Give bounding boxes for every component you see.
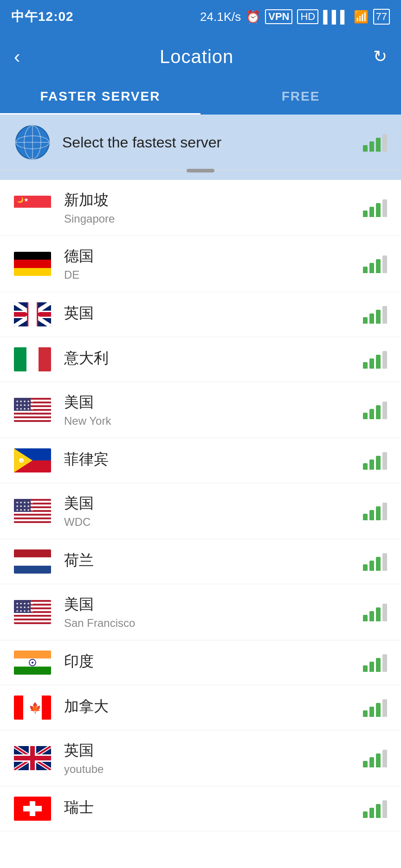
svg-text:★ ★ ★ ★ ★: ★ ★ ★ ★ ★ [16,602,33,605]
country-name: 德国 [64,246,363,267]
svg-text:★ ★ ★ ★ ★: ★ ★ ★ ★ ★ [16,609,33,613]
svg-text:★ ★ ★ ★ ★: ★ ★ ★ ★ ★ [16,501,33,504]
country-name: 加拿大 [64,696,363,717]
svg-rect-36 [14,519,51,521]
country-info: 美国 WDC [64,493,363,529]
battery-level: 77 [376,11,387,23]
list-item[interactable]: 英国 youtube [0,730,401,786]
speed-indicator: 24.1K/s [200,10,241,24]
country-name: 荷兰 [64,550,363,571]
country-name: 新加坡 [64,190,363,211]
country-sub: WDC [64,516,363,529]
signal-bars [363,653,387,672]
svg-text:🍁: 🍁 [29,702,42,714]
svg-text:★ ★ ★ ★: ★ ★ ★ ★ [16,504,30,508]
wifi-icon: 📶 [354,10,369,24]
status-bar: 中午12:02 24.1K/s ⏰ VPN HD ▌▌▌ 📶 77 [0,0,401,33]
svg-rect-52 [14,651,51,658]
status-icons: 24.1K/s ⏰ VPN HD ▌▌▌ 📶 77 [200,9,390,25]
server-list: Select the fastest server 新加坡 Singapore … [0,115,401,831]
fastest-server-text: Select the fastest server [62,134,363,151]
country-sub: Singapore [64,212,363,225]
svg-text:★ ★ ★ ★ ★: ★ ★ ★ ★ ★ [16,508,33,511]
country-name: 瑞士 [64,798,363,818]
list-item[interactable]: 英国 [0,292,401,337]
status-time: 中午12:02 [11,8,74,26]
alarm-icon: ⏰ [246,10,260,24]
list-item[interactable]: ★ ★ ★ ★ ★ ★ ★ ★ ★ ★ ★ ★ ★ ★ 美国 San Franc… [0,584,401,640]
svg-text:★ ★ ★ ★: ★ ★ ★ ★ [16,403,30,407]
signal-bars [363,749,387,767]
flag-singapore [14,196,51,220]
country-info: 美国 New York [64,392,363,428]
country-name: 英国 [64,740,363,761]
list-item[interactable]: ☀ 菲律宾 [0,438,401,483]
svg-rect-18 [14,411,51,413]
flag-india [14,651,51,675]
signal-bars [363,255,387,273]
country-sub: San Francisco [64,617,363,630]
svg-rect-59 [42,696,51,720]
header: ‹ Location ↻ [0,33,401,80]
flag-uk-youtube [14,746,51,770]
fastest-server-item[interactable]: Select the fastest server [0,115,401,171]
list-item[interactable]: ★ ★ ★ ★ ★ ★ ★ ★ ★ ★ ★ ★ ★ ★ 美国 WDC [0,483,401,539]
list-item[interactable]: 新加坡 Singapore [0,180,401,236]
country-info: 印度 [64,651,363,674]
svg-rect-69 [14,756,51,760]
country-info: 菲律宾 [64,449,363,472]
svg-rect-34 [14,512,51,514]
svg-rect-10 [29,302,36,326]
country-info: 意大利 [64,348,363,370]
country-sub: New York [64,415,363,428]
svg-line-6 [14,302,51,326]
tab-faster-server[interactable]: FASTER SERVER [0,80,200,115]
signal-bars [363,198,387,217]
list-item[interactable]: 印度 [0,640,401,685]
svg-line-8 [14,302,51,326]
svg-text:★ ★ ★ ★: ★ ★ ★ ★ [16,606,30,609]
signal-bars [363,350,387,369]
flag-germany [14,252,51,276]
list-item[interactable]: 德国 DE [0,236,401,292]
country-info: 加拿大 [64,696,363,719]
country-name: 意大利 [64,348,363,369]
flag-philippines: ☀ [14,448,51,472]
country-info: 新加坡 Singapore [64,190,363,225]
svg-text:☀: ☀ [20,459,23,463]
flag-netherlands [14,549,51,574]
signal-bars [363,502,387,520]
svg-rect-20 [14,418,51,420]
country-info: 英国 youtube [64,740,363,776]
country-name: 英国 [64,303,363,324]
svg-rect-35 [14,516,51,517]
country-sub: youtube [64,763,363,776]
signal-icon: ▌▌▌ [323,10,349,24]
signal-bars [363,603,387,621]
list-item[interactable]: 意大利 [0,337,401,382]
vpn-badge: VPN [265,9,292,24]
svg-rect-47 [14,620,51,622]
list-item[interactable]: ★ ★ ★ ★ ★ ★ ★ ★ ★ ★ ★ ★ ★ ★ 美国 New York [0,382,401,438]
svg-line-9 [14,302,51,326]
country-name: 菲律宾 [64,449,363,470]
list-item[interactable]: 瑞士 [0,786,401,831]
scroll-indicator [187,169,214,172]
country-info: 英国 [64,303,363,326]
svg-rect-13 [14,312,51,317]
flag-italy [14,347,51,371]
country-info: 德国 DE [64,246,363,281]
country-info: 美国 San Francisco [64,594,363,630]
signal-strength [363,133,387,152]
signal-bars [363,799,387,818]
tab-free[interactable]: FREE [200,80,401,115]
flag-usa-sf: ★ ★ ★ ★ ★ ★ ★ ★ ★ ★ ★ ★ ★ ★ [14,600,51,624]
signal-bars [363,698,387,717]
battery-icon: 77 [373,9,390,25]
refresh-button[interactable]: ↻ [373,47,387,66]
flag-usa: ★ ★ ★ ★ ★ ★ ★ ★ ★ ★ ★ ★ ★ ★ [14,398,51,422]
svg-rect-12 [30,302,35,326]
list-item[interactable]: 荷兰 [0,539,401,584]
back-button[interactable]: ‹ [14,46,20,67]
list-item[interactable]: 🍁 加拿大 [0,685,401,730]
